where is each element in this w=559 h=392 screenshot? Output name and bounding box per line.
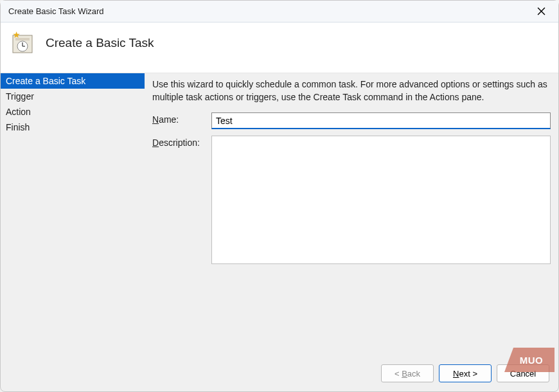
header-area: Create a Basic Task <box>1 22 558 73</box>
step-finish[interactable]: Finish <box>1 120 145 135</box>
cancel-button[interactable]: Cancel <box>497 364 549 382</box>
svg-rect-3 <box>15 38 30 40</box>
content-pane: Use this wizard to quickly schedule a co… <box>145 73 558 358</box>
name-input[interactable] <box>211 112 551 129</box>
body: Create a Basic Task Trigger Action Finis… <box>1 73 558 358</box>
back-button: < Back <box>381 364 434 382</box>
close-button[interactable] <box>529 3 553 21</box>
page-title: Create a Basic Task <box>46 36 154 50</box>
footer-buttons: < Back Next > Cancel <box>1 358 558 391</box>
description-input[interactable] <box>211 136 551 264</box>
step-create-basic-task[interactable]: Create a Basic Task <box>1 73 145 89</box>
window-title: Create Basic Task Wizard <box>8 6 104 16</box>
task-wizard-icon <box>11 31 34 55</box>
intro-text: Use this wizard to quickly schedule a co… <box>152 78 551 103</box>
next-button[interactable]: Next > <box>439 364 492 382</box>
name-row: Name: <box>152 112 551 129</box>
close-icon <box>537 7 546 15</box>
step-trigger[interactable]: Trigger <box>1 89 145 104</box>
wizard-steps-sidebar: Create a Basic Task Trigger Action Finis… <box>1 73 145 358</box>
titlebar: Create Basic Task Wizard <box>1 1 558 22</box>
wizard-window: Create Basic Task Wizard Create a Basic … <box>0 0 559 392</box>
description-row: Description: <box>152 136 551 264</box>
step-action[interactable]: Action <box>1 104 145 120</box>
name-label: Name: <box>152 112 211 125</box>
description-label: Description: <box>152 136 211 148</box>
